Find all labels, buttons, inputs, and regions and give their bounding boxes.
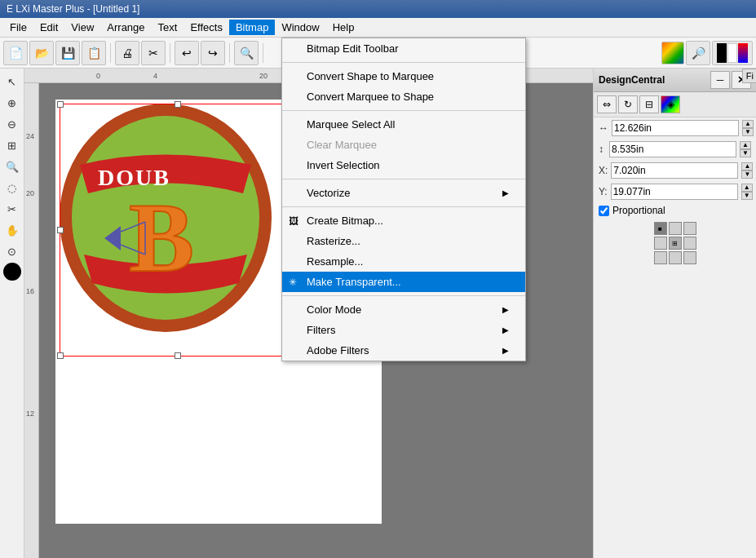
redo-button[interactable]: ↪ — [201, 41, 225, 65]
menu-invert-selection[interactable]: Invert Selection — [282, 155, 525, 175]
zoom-in-btn[interactable]: 🔎 — [686, 41, 710, 65]
x-down[interactable]: ▼ — [741, 170, 753, 179]
handle-ml[interactable] — [57, 227, 64, 233]
width-input[interactable] — [612, 120, 739, 136]
height-input[interactable] — [609, 141, 736, 157]
color-fill-tool[interactable] — [3, 263, 21, 281]
lock-cell-bm[interactable] — [669, 251, 682, 264]
lock-cell-bl[interactable] — [654, 251, 667, 264]
arrow-tool[interactable]: ↖ — [2, 72, 22, 91]
lock-row-1: ■ — [654, 222, 696, 235]
y-input[interactable] — [611, 184, 738, 200]
menu-bitmap[interactable]: Bitmap — [229, 20, 275, 35]
menu-file[interactable]: File — [3, 20, 33, 35]
handle-bm[interactable] — [175, 352, 181, 359]
menu-convert-marquee-to-shape[interactable]: Convert Marquee to Shape — [282, 86, 525, 107]
lock-grid: ■ ⊞ — [594, 219, 756, 268]
menu-bar: File Edit View Arrange Text Effects Bitm… — [0, 18, 756, 38]
menu-marquee-select-all[interactable]: Marquee Select All — [282, 114, 525, 135]
separator3 — [229, 43, 230, 63]
menu-window[interactable]: Window — [275, 20, 325, 35]
x-input[interactable] — [611, 162, 738, 179]
lasso-tool[interactable]: ◌ — [2, 178, 22, 197]
y-label: Y: — [599, 186, 608, 197]
proportional-label: Proportional — [612, 205, 665, 216]
handle-bl[interactable] — [57, 352, 64, 359]
lock-cell-mm[interactable]: ⊞ — [669, 237, 682, 250]
print-button[interactable]: 🖨 — [115, 41, 139, 65]
lock-cell-mr[interactable] — [683, 237, 696, 250]
menu-make-transparent[interactable]: ✳ Make Transparent... — [282, 272, 525, 292]
save-as-button[interactable]: 📋 — [82, 41, 106, 65]
y-spinner[interactable]: ▲ ▼ — [741, 184, 753, 200]
dc-minimize-btn[interactable]: ─ — [710, 71, 730, 89]
lock-cell-tm[interactable] — [669, 222, 682, 235]
fi-tab[interactable]: Fi — [742, 69, 756, 83]
menu-resample[interactable]: Resample... — [282, 251, 525, 272]
proportional-row: Proportional — [594, 202, 756, 219]
width-spinner[interactable]: ▲ ▼ — [742, 120, 754, 136]
menu-help[interactable]: Help — [326, 20, 361, 35]
menu-divider-1 — [282, 62, 525, 63]
height-up[interactable]: ▲ — [740, 141, 751, 149]
proportional-checkbox[interactable] — [599, 206, 609, 216]
x-up[interactable]: ▲ — [741, 162, 753, 170]
separator4 — [263, 43, 263, 63]
zoom-in-tool[interactable]: ⊕ — [2, 93, 22, 113]
width-up[interactable]: ▲ — [742, 120, 754, 128]
crop-tool[interactable]: ✂ — [2, 199, 22, 219]
dc-rotate-btn[interactable]: ↻ — [618, 95, 638, 113]
colors-btn[interactable] — [712, 41, 753, 65]
menu-color-mode[interactable]: Color Mode ▶ — [282, 299, 525, 320]
height-icon: ↕ — [599, 144, 606, 155]
dc-arrows-btn[interactable]: ⇔ — [597, 95, 617, 113]
color-palette-btn[interactable] — [661, 42, 684, 64]
menu-filters[interactable]: Filters ▶ — [282, 320, 525, 340]
menu-effects[interactable]: Effects — [183, 20, 229, 35]
x-spinner[interactable]: ▲ ▼ — [741, 162, 753, 179]
lock-cell-tl[interactable]: ■ — [654, 222, 667, 235]
y-down[interactable]: ▼ — [741, 192, 753, 200]
open-button[interactable]: 📂 — [29, 41, 54, 65]
undo-button[interactable]: ↩ — [175, 41, 199, 65]
x-row: X: ▲ ▼ — [594, 160, 756, 181]
lock-cell-br[interactable] — [683, 251, 696, 264]
adobe-filters-arrow: ▶ — [502, 346, 509, 355]
height-down[interactable]: ▼ — [740, 149, 751, 157]
width-down[interactable]: ▼ — [742, 128, 754, 136]
height-spinner[interactable]: ▲ ▼ — [740, 141, 751, 157]
zoom-out-tool[interactable]: ⊖ — [2, 114, 22, 134]
bitmap-dropdown-menu: Bitmap Edit Toolbar Convert Shape to Mar… — [281, 38, 526, 361]
menu-arrange[interactable]: Arrange — [100, 20, 151, 35]
menu-create-bitmap[interactable]: 🖼 Create Bitmap... — [282, 210, 525, 231]
menu-convert-shape-to-marquee[interactable]: Convert Shape to Marquee — [282, 66, 525, 86]
lock-cell-ml[interactable] — [654, 237, 667, 250]
menu-clear-marquee: Clear Marquee — [282, 135, 525, 155]
menu-edit[interactable]: Edit — [33, 20, 64, 35]
zoom-button[interactable]: 🔍 — [234, 41, 259, 65]
menu-view[interactable]: View — [64, 20, 100, 35]
y-up[interactable]: ▲ — [741, 184, 753, 192]
zoom-fit-tool[interactable]: ⊞ — [2, 135, 22, 155]
eyedropper-tool[interactable]: ⊙ — [2, 241, 22, 261]
selection-box — [60, 104, 296, 356]
menu-adobe-filters[interactable]: Adobe Filters ▶ — [282, 340, 525, 361]
ruler-left: 24 20 16 12 — [24, 83, 39, 558]
make-transparent-icon: ✳ — [289, 277, 297, 288]
menu-text[interactable]: Text — [152, 20, 184, 35]
handle-tl[interactable] — [57, 101, 64, 108]
cut-button[interactable]: ✂ — [141, 41, 166, 65]
menu-vectorize[interactable]: Vectorize ▶ — [282, 183, 525, 203]
title-bar: E LXi Master Plus - [Untitled 1] — [0, 0, 756, 18]
save-button[interactable]: 💾 — [55, 41, 80, 65]
dc-flip-btn[interactable]: ⊟ — [639, 95, 659, 113]
handle-tm[interactable] — [175, 101, 181, 108]
menu-bitmap-edit-toolbar[interactable]: Bitmap Edit Toolbar — [282, 38, 525, 59]
lock-cell-tr[interactable] — [683, 222, 696, 235]
new-button[interactable]: 📄 — [3, 41, 28, 65]
menu-divider-3 — [282, 179, 525, 179]
menu-rasterize[interactable]: Rasterize... — [282, 231, 525, 251]
dc-color-btn[interactable]: ◈ — [661, 95, 680, 113]
zoom-page-tool[interactable]: 🔍 — [2, 157, 22, 176]
pan-tool[interactable]: ✋ — [2, 220, 22, 240]
